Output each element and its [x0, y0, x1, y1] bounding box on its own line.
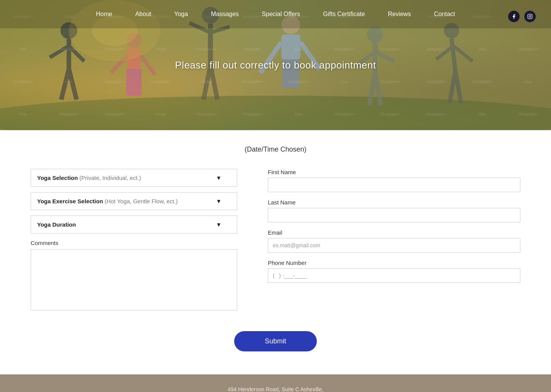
- last-name-label: Last Name: [268, 199, 520, 206]
- yoga-duration-arrow: ▼: [216, 221, 222, 228]
- svg-rect-14: [126, 69, 142, 96]
- yoga-selection-light-label: (Private, Individual, ect.): [78, 175, 141, 181]
- footer-address: 494 Henderson Road, Suite C Asheville, N…: [8, 385, 543, 392]
- navigation: Home About Yoga Massages Special Offers …: [0, 0, 551, 28]
- first-name-input[interactable]: [268, 178, 520, 192]
- date-time-chosen: (Date/Time Chosen): [31, 145, 520, 154]
- nav-about[interactable]: About: [135, 11, 151, 18]
- nav-gifts-certificate[interactable]: Gifts Certificate: [323, 11, 365, 18]
- phone-label: Phone Number: [268, 260, 520, 266]
- form-right-column: First Name Last Name Email Phone Number: [268, 169, 520, 290]
- facebook-icon[interactable]: [508, 11, 520, 22]
- instagram-icon[interactable]: [524, 11, 536, 22]
- last-name-input[interactable]: [268, 208, 520, 222]
- yoga-exercise-bold-label: Yoga Exercise Selection: [37, 198, 103, 204]
- nav-contact[interactable]: Contact: [434, 11, 455, 18]
- svg-rect-24: [281, 34, 300, 59]
- svg-point-1: [529, 16, 531, 18]
- comments-textarea[interactable]: [31, 249, 237, 310]
- form-layout: Yoga Selection (Private, Individual, ect…: [31, 169, 520, 312]
- svg-point-28: [367, 26, 383, 42]
- svg-rect-0: [528, 14, 532, 19]
- nav-reviews[interactable]: Reviews: [388, 11, 411, 18]
- nav-home[interactable]: Home: [96, 11, 112, 18]
- social-icons: [508, 11, 536, 22]
- svg-point-2: [531, 15, 531, 15]
- yoga-exercise-dropdown[interactable]: Yoga Exercise Selection (Hot Yoga, Gentl…: [31, 192, 237, 210]
- yoga-selection-arrow: ▼: [216, 175, 222, 181]
- yoga-duration-bold-label: Yoga Duration: [37, 221, 76, 228]
- comments-label: Comments: [31, 240, 237, 246]
- yoga-selection-wrapper: Yoga Selection (Private, Individual, ect…: [31, 169, 237, 187]
- submit-row: Submit: [31, 331, 520, 351]
- email-label: Email: [268, 229, 520, 236]
- nav-special-offers[interactable]: Special Offers: [262, 11, 300, 18]
- yoga-duration-dropdown[interactable]: Yoga Duration ▼: [31, 216, 237, 234]
- yoga-exercise-arrow: ▼: [216, 198, 222, 204]
- yoga-exercise-light-label: (Hot Yoga, Gentle Flow, ect.): [103, 198, 178, 204]
- nav-massages[interactable]: Massages: [211, 11, 239, 18]
- submit-button[interactable]: Submit: [234, 331, 317, 351]
- form-left-column: Yoga Selection (Private, Individual, ect…: [31, 169, 237, 312]
- main-content: (Date/Time Chosen) Yoga Selection (Priva…: [0, 130, 551, 374]
- phone-input[interactable]: [268, 268, 520, 283]
- first-name-label: First Name: [268, 169, 520, 175]
- yoga-duration-wrapper: Yoga Duration ▼: [31, 216, 237, 234]
- footer-line1: 494 Henderson Road, Suite C Asheville,: [228, 386, 323, 392]
- nav-yoga[interactable]: Yoga: [174, 11, 188, 18]
- svg-point-5: [0, 96, 551, 130]
- footer: 494 Henderson Road, Suite C Asheville, N…: [0, 374, 551, 392]
- email-input[interactable]: [268, 238, 520, 253]
- yoga-selection-bold-label: Yoga Selection: [37, 175, 78, 181]
- yoga-selection-dropdown[interactable]: Yoga Selection (Private, Individual, ect…: [31, 169, 237, 187]
- hero-title: Please fill out correctly to book appoin…: [175, 59, 376, 71]
- yoga-exercise-wrapper: Yoga Exercise Selection (Hot Yoga, Gentl…: [31, 192, 237, 210]
